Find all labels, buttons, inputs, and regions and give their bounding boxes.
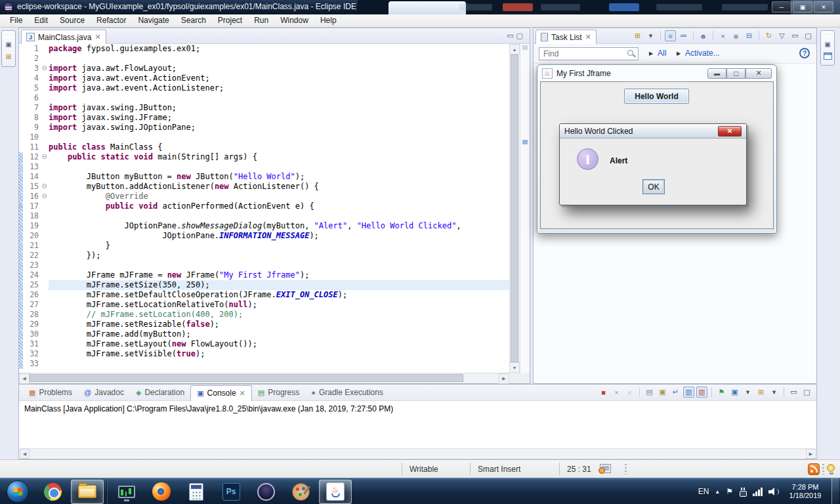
code-line-28[interactable]: 28 // mJFrame.setLocation(400, 200); bbox=[19, 310, 509, 320]
line-number[interactable]: 18 bbox=[23, 211, 40, 221]
code-text[interactable] bbox=[49, 261, 509, 270]
code-line-15[interactable]: 15⊖ myButton.addActionListener(new Actio… bbox=[19, 182, 509, 192]
line-number[interactable]: 29 bbox=[23, 320, 40, 329]
close-window-icon[interactable]: ✕ bbox=[746, 68, 772, 79]
code-line-29[interactable]: 29 mJFrame.setResizable(false); bbox=[19, 320, 509, 329]
line-number[interactable]: 7 bbox=[23, 103, 40, 113]
line-number[interactable]: 14 bbox=[23, 172, 40, 182]
code-text[interactable] bbox=[49, 162, 509, 172]
window-titlebar[interactable]: eclipse-workspace - MyGUIexample_ex01/fy… bbox=[0, 0, 840, 14]
maximize-view-icon[interactable]: ▢ bbox=[801, 387, 812, 398]
taskbar-task-manager-button[interactable] bbox=[110, 480, 143, 504]
maximize-view-icon[interactable]: ▢ bbox=[803, 30, 814, 41]
code-text[interactable]: JOptionPane.showMessageDialog(myButton, … bbox=[49, 221, 509, 231]
minimize-view-icon[interactable]: ▭ bbox=[789, 30, 801, 41]
fold-collapse-icon[interactable]: ⊖ bbox=[40, 152, 49, 162]
new-task-arrow-icon[interactable]: ▾ bbox=[645, 30, 656, 41]
scroll-right-icon[interactable]: ▶ bbox=[806, 449, 816, 459]
code-line-32[interactable]: 32 mJFrame.setVisible(true); bbox=[19, 349, 509, 359]
line-number[interactable]: 6 bbox=[23, 93, 40, 103]
expand-arrow-icon[interactable]: ▶ bbox=[649, 51, 653, 56]
restore-view-icon[interactable]: ▣ bbox=[5, 41, 11, 48]
power-plug-icon[interactable] bbox=[739, 488, 747, 496]
taskbar-eclipse-button[interactable] bbox=[249, 480, 282, 504]
close-dialog-icon[interactable]: ✕ bbox=[718, 126, 742, 136]
restore-window-icon[interactable]: ▣ bbox=[793, 1, 812, 12]
line-number[interactable]: 22 bbox=[23, 251, 40, 261]
hello-world-button[interactable]: Hello World bbox=[624, 89, 689, 104]
code-text[interactable]: mJFrame.setLocationRelativeTo(null); bbox=[49, 300, 509, 310]
code-text[interactable] bbox=[49, 93, 509, 103]
line-number[interactable]: 4 bbox=[23, 74, 40, 83]
line-number[interactable]: 12 bbox=[23, 152, 40, 162]
line-number[interactable]: 16 bbox=[23, 192, 40, 201]
code-line-9[interactable]: 9import javax.swing.JOptionPane; bbox=[19, 123, 509, 133]
package-explorer-icon[interactable]: ⊞ bbox=[5, 52, 11, 61]
close-tab-icon[interactable]: ✕ bbox=[240, 389, 245, 398]
minimize-window-icon[interactable]: ─ bbox=[772, 1, 791, 12]
remove-all-launches-icon[interactable]: × bbox=[624, 387, 635, 398]
line-number[interactable]: 32 bbox=[23, 349, 40, 359]
remove-launch-icon[interactable]: × bbox=[611, 387, 622, 398]
display-console-arrow-icon[interactable]: ▾ bbox=[742, 387, 753, 398]
restore-view-icon[interactable]: ▣ bbox=[824, 41, 830, 48]
code-line-11[interactable]: 11public class MainClass { bbox=[19, 142, 509, 152]
editor-vertical-scrollbar[interactable]: ▲ ▼ bbox=[509, 44, 520, 373]
code-line-26[interactable]: 26 mJFrame.setDefaultCloseOperation(JFra… bbox=[19, 290, 509, 300]
tab-progress[interactable]: ▤Progress bbox=[252, 385, 305, 400]
taskbar-calculator-button[interactable] bbox=[180, 480, 213, 504]
code-text[interactable]: JOptionPane.INFORMATION_MESSAGE); bbox=[49, 231, 509, 241]
tab-task-list[interactable]: Task List ✕ bbox=[536, 30, 597, 44]
code-text[interactable]: mJFrame.setVisible(true); bbox=[49, 349, 509, 359]
display-console-icon[interactable]: ▣ bbox=[729, 387, 740, 398]
code-text[interactable] bbox=[49, 54, 509, 64]
code-line-18[interactable]: 18 bbox=[19, 211, 509, 221]
start-button[interactable] bbox=[1, 480, 34, 504]
code-line-21[interactable]: 21 } bbox=[19, 241, 509, 251]
code-text[interactable]: mJFrame.add(myButton); bbox=[49, 329, 509, 339]
hidden-icons-arrow-icon[interactable]: ▲ bbox=[715, 489, 720, 495]
terminate-icon[interactable]: ■ bbox=[598, 387, 609, 398]
code-line-3[interactable]: 3⊖import java.awt.FlowLayout; bbox=[19, 64, 509, 74]
minimize-view-icon[interactable]: ▭ bbox=[788, 387, 799, 398]
menu-navigate[interactable]: Navigate bbox=[132, 14, 175, 27]
scroll-up-icon[interactable]: ▲ bbox=[509, 44, 520, 54]
code-line-14[interactable]: 14 JButton myButton = new JButton("Hello… bbox=[19, 172, 509, 182]
scroll-right-icon[interactable]: ▶ bbox=[499, 373, 509, 384]
code-text[interactable]: import java.awt.FlowLayout; bbox=[49, 64, 509, 74]
minimized-view-stack[interactable]: ···· ▣ bbox=[820, 30, 835, 66]
code-line-19[interactable]: 19 JOptionPane.showMessageDialog(myButto… bbox=[19, 221, 509, 231]
code-text[interactable]: mJFrame.setSize(350, 250); bbox=[49, 280, 509, 290]
code-text[interactable]: package fypsol.guiexamples.ex01; bbox=[49, 44, 509, 54]
network-signal-icon[interactable] bbox=[753, 488, 763, 496]
menu-run[interactable]: Run bbox=[248, 14, 274, 27]
code-line-8[interactable]: 8import javax.swing.JFrame; bbox=[19, 113, 509, 123]
taskbar-firefox-button[interactable] bbox=[145, 480, 178, 504]
show-desktop-button[interactable] bbox=[831, 478, 839, 504]
code-text[interactable]: import java.awt.event.ActionEvent; bbox=[49, 74, 509, 83]
categorized-view-icon[interactable]: ≡ bbox=[665, 30, 676, 41]
code-line-10[interactable]: 10 bbox=[19, 133, 509, 142]
line-number[interactable]: 25 bbox=[23, 280, 40, 290]
taskbar-paint-button[interactable] bbox=[284, 480, 317, 504]
code-line-23[interactable]: 23 bbox=[19, 261, 509, 270]
show-stdout-icon[interactable]: ▥ bbox=[683, 387, 694, 398]
tab-javadoc[interactable]: @Javadoc bbox=[78, 385, 130, 400]
tab-gradle-executions[interactable]: ●Gradle Executions bbox=[305, 385, 389, 400]
code-line-2[interactable]: 2 bbox=[19, 54, 509, 64]
minimize-window-icon[interactable]: ▬ bbox=[707, 68, 726, 79]
collapse-all-icon[interactable]: ⊟ bbox=[744, 30, 755, 41]
taskbar-chrome-button[interactable] bbox=[36, 480, 69, 504]
line-number[interactable]: 1 bbox=[23, 44, 40, 54]
code-text[interactable]: import javax.swing.JOptionPane; bbox=[49, 123, 509, 133]
console-horizontal-scrollbar[interactable]: ◀ ▶ bbox=[20, 448, 816, 458]
line-number[interactable]: 17 bbox=[23, 201, 40, 211]
editor-tab-mainclass[interactable]: J MainClass.java ✕ bbox=[21, 30, 106, 44]
line-number[interactable]: 3 bbox=[23, 64, 40, 74]
editor-horizontal-scrollbar[interactable]: ◀ ▶ bbox=[19, 373, 509, 383]
tasklist-activate-link[interactable]: Activate... bbox=[685, 49, 720, 58]
menu-project[interactable]: Project bbox=[212, 14, 248, 27]
line-number[interactable]: 8 bbox=[23, 113, 40, 123]
maximize-window-icon[interactable]: ▢ bbox=[726, 68, 746, 79]
code-line-24[interactable]: 24 JFrame mJFrame = new JFrame("My First… bbox=[19, 270, 509, 280]
